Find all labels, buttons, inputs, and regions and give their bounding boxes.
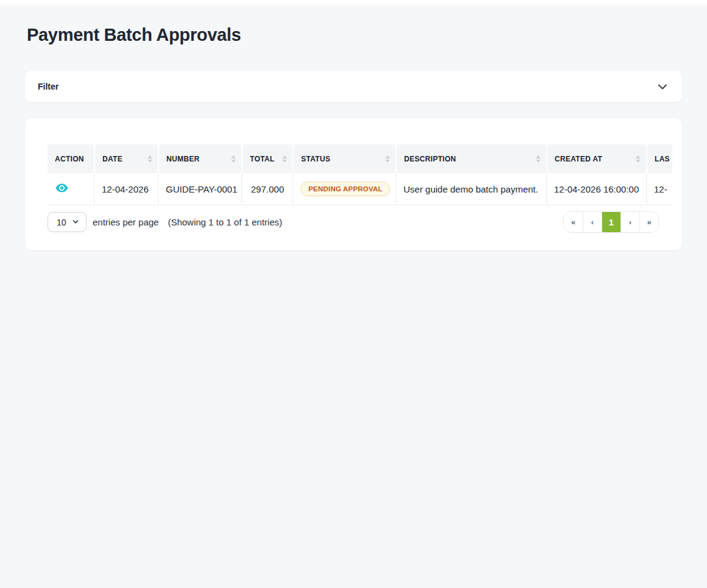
pagination-last-button[interactable]: » [639,212,658,232]
created-at-cell: 12-04-2026 16:00:00 [546,173,646,205]
table-row: 12-04-2026 GUIDE-PAY-0001 297.000 PENDIN… [48,173,672,205]
sort-arrows-icon[interactable] [636,155,641,163]
column-header-status[interactable]: STATUS [293,144,396,173]
column-header-label: LAS [655,155,670,163]
sort-arrows-icon[interactable] [385,155,390,163]
column-header-label: TOTAL [250,155,274,163]
total-cell: 297.000 [241,173,293,205]
sort-arrows-icon[interactable] [536,155,541,163]
sort-arrows-icon[interactable] [147,155,152,163]
number-cell: GUIDE-PAY-0001 [158,173,241,205]
column-header-total[interactable]: TOTAL [241,144,293,173]
payment-batch-table-card: ACTION DATE NUMBER TOTAL [25,118,682,250]
column-header-number[interactable]: NUMBER [158,144,241,173]
column-header-label: CREATED AT [555,155,602,163]
sort-arrows-icon[interactable] [282,155,287,163]
entries-per-page-label: entries per page [93,217,158,227]
payment-batch-table: ACTION DATE NUMBER TOTAL [48,144,672,205]
filter-panel-header[interactable]: Filter [25,71,682,102]
column-header-label: NUMBER [166,155,199,163]
description-cell: User guide demo batch payment. [396,173,546,205]
column-header-label: DATE [102,155,123,163]
pagination-prev-button[interactable]: ‹ [583,212,602,232]
status-cell: PENDING APPROVAL [293,173,396,205]
last-cell-clipped: 12- [646,173,672,205]
column-header-label: DESCRIPTION [404,155,456,163]
table-scroll-container[interactable]: ACTION DATE NUMBER TOTAL [48,144,672,205]
pagination-next-button[interactable]: › [620,212,639,232]
chevron-down-icon [655,79,670,94]
column-header-description[interactable]: DESCRIPTION [396,144,546,173]
filter-label: Filter [38,82,59,91]
table-footer: 10 entries per page (Showing 1 to 1 of 1… [48,211,659,233]
chevron-down-icon [72,217,79,228]
page-title: Payment Batch Approvals [27,24,680,46]
column-header-label: ACTION [55,155,84,163]
column-header-last-clipped[interactable]: LAS [646,144,672,173]
sort-arrows-icon[interactable] [231,155,236,163]
action-cell [48,173,94,205]
status-badge: PENDING APPROVAL [300,182,390,196]
entries-per-page-select[interactable]: 10 [48,212,87,232]
top-strip [0,0,707,5]
pagination-page-1-button[interactable]: 1 [602,212,620,232]
pagination: « ‹ 1 › » [563,211,659,233]
showing-entries-label: (Showing 1 to 1 of 1 entries) [168,217,282,227]
column-header-action: ACTION [48,144,94,173]
column-header-date[interactable]: DATE [94,144,158,173]
date-cell: 12-04-2026 [94,173,158,205]
column-header-label: STATUS [301,155,330,163]
table-header-row: ACTION DATE NUMBER TOTAL [48,144,672,173]
eye-icon[interactable] [55,183,68,193]
column-header-created-at[interactable]: CREATED AT [546,144,646,173]
pagination-first-button[interactable]: « [564,212,583,232]
entries-per-page-value: 10 [57,218,66,227]
